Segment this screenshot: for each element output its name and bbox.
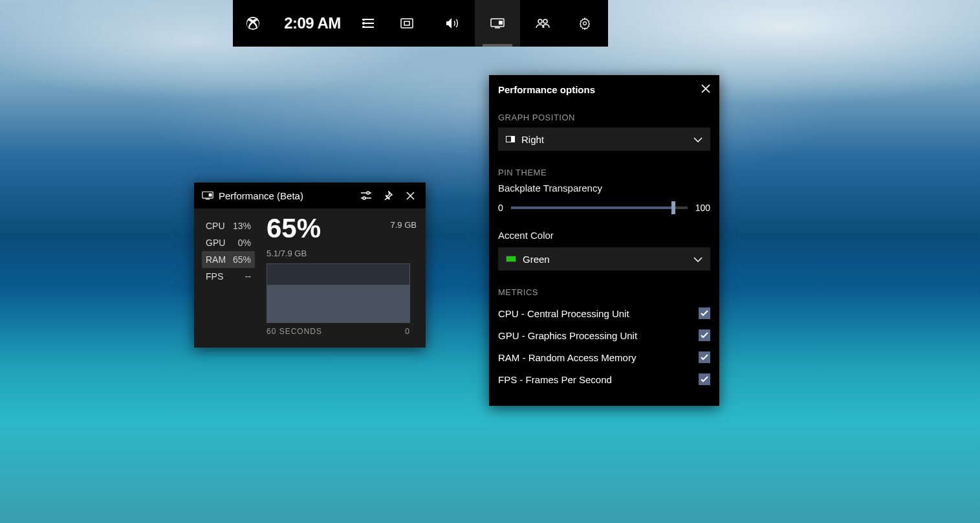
- metric-toggle-label: RAM - Random Access Memory: [498, 352, 636, 363]
- close-icon: [701, 84, 710, 93]
- social-icon: [536, 18, 550, 28]
- sliders-icon: [361, 191, 371, 200]
- metric-toggle-ram[interactable]: RAM - Random Access Memory: [498, 346, 710, 368]
- svg-rect-8: [404, 21, 409, 25]
- accent-color-dropdown[interactable]: Green: [498, 247, 710, 271]
- svg-rect-16: [209, 194, 212, 197]
- metric-label: GPU: [206, 238, 225, 248]
- metric-fps[interactable]: FPS --: [202, 268, 255, 285]
- checkbox-checked-icon: [699, 373, 710, 385]
- selected-metric-sub-value: 5.1/7.9 GB: [267, 249, 321, 258]
- selected-metric-total: 7.9 GB: [382, 220, 417, 230]
- svg-point-5: [363, 23, 364, 24]
- svg-point-6: [363, 27, 364, 28]
- svg-rect-10: [499, 21, 503, 25]
- svg-point-4: [363, 19, 364, 20]
- metric-value: 65%: [233, 254, 251, 265]
- performance-button[interactable]: [475, 0, 520, 47]
- slider-min-label: 0: [498, 203, 503, 213]
- metric-ram[interactable]: RAM 65%: [202, 251, 255, 268]
- slider-max-label: 100: [695, 203, 710, 213]
- chevron-down-icon: [693, 253, 702, 265]
- svg-point-20: [367, 192, 369, 194]
- close-button[interactable]: [401, 186, 419, 205]
- metrics-section-label: METRICS: [498, 287, 710, 297]
- checkbox-checked-icon: [699, 307, 710, 319]
- metric-gpu[interactable]: GPU 0%: [202, 234, 255, 251]
- audio-icon: [445, 17, 459, 29]
- svg-point-13: [543, 19, 547, 23]
- color-swatch-icon: [506, 256, 516, 262]
- options-header: Performance options: [489, 75, 719, 104]
- svg-point-14: [583, 22, 587, 25]
- checkbox-checked-icon: [699, 351, 710, 363]
- graph-axis: 60 SECONDS 0: [267, 327, 410, 336]
- performance-icon: [202, 191, 213, 200]
- graph-position-dropdown[interactable]: Right: [498, 128, 710, 151]
- position-swatch-icon: [506, 136, 515, 142]
- metric-value: 13%: [233, 221, 251, 231]
- metric-label: FPS: [206, 271, 223, 282]
- accent-color-label: Accent Color: [498, 230, 710, 241]
- options-close-button[interactable]: [701, 84, 710, 95]
- audio-button[interactable]: [430, 0, 475, 47]
- capture-icon: [400, 18, 413, 28]
- chevron-down-icon: [693, 133, 702, 145]
- metric-toggle-label: GPU - Graphics Processing Unit: [498, 330, 637, 341]
- gear-icon: [578, 17, 591, 30]
- metric-graph: [267, 263, 410, 323]
- dropdown-value: Right: [521, 134, 702, 145]
- xbox-button[interactable]: [233, 0, 273, 47]
- graph-position-label: GRAPH POSITION: [498, 113, 710, 122]
- metric-value: 0%: [238, 238, 251, 248]
- xbox-icon: [246, 16, 260, 30]
- metric-toggle-gpu[interactable]: GPU - Graphics Processing Unit: [498, 324, 710, 346]
- widget-title-text: Performance (Beta): [219, 190, 303, 201]
- metric-toggle-label: CPU - Central Processing Unit: [498, 308, 629, 319]
- settings-button[interactable]: [565, 0, 604, 47]
- svg-point-21: [363, 197, 365, 199]
- dropdown-value: Green: [523, 254, 702, 265]
- social-button[interactable]: [520, 0, 565, 47]
- graph-fill: [267, 285, 409, 323]
- capture-button[interactable]: [384, 0, 430, 47]
- transparency-label: Backplate Transparency: [498, 183, 710, 194]
- metric-toggle-fps[interactable]: FPS - Frames Per Second: [498, 368, 710, 390]
- performance-icon: [490, 18, 505, 28]
- pin-button[interactable]: [379, 186, 397, 205]
- pin-icon: [384, 191, 393, 200]
- metric-toggle-cpu[interactable]: CPU - Central Processing Unit: [498, 302, 710, 324]
- widgets-menu-button[interactable]: [352, 0, 384, 47]
- metric-toggle-label: FPS - Frames Per Second: [498, 374, 612, 385]
- widget-options-button[interactable]: [357, 186, 375, 205]
- axis-right-label: 0: [405, 327, 410, 336]
- transparency-slider[interactable]: [511, 206, 688, 209]
- metrics-list: CPU 13% GPU 0% RAM 65% FPS --: [202, 217, 255, 336]
- performance-widget-header[interactable]: Performance (Beta): [194, 183, 426, 208]
- svg-rect-7: [401, 19, 413, 28]
- metric-value: --: [245, 271, 251, 282]
- menu-icon: [362, 19, 374, 28]
- axis-left-label: 60 SECONDS: [267, 327, 322, 336]
- options-title: Performance options: [498, 84, 595, 95]
- checkbox-checked-icon: [699, 329, 710, 341]
- game-bar-topbar: 2:09 AM: [233, 0, 608, 47]
- svg-point-12: [538, 19, 542, 23]
- metric-label: RAM: [206, 254, 226, 265]
- metric-cpu[interactable]: CPU 13%: [202, 217, 255, 234]
- pin-theme-label: PIN THEME: [498, 168, 710, 177]
- performance-options-panel: Performance options GRAPH POSITION Right…: [489, 75, 719, 406]
- performance-widget: Performance (Beta) CPU 13% GPU 0% RAM 65…: [194, 183, 426, 348]
- slider-thumb[interactable]: [671, 201, 675, 214]
- performance-widget-title: Performance (Beta): [202, 190, 353, 201]
- clock: 2:09 AM: [273, 0, 352, 47]
- metric-label: CPU: [206, 221, 225, 231]
- selected-metric-big-value: 65%: [267, 215, 321, 242]
- close-icon: [406, 192, 415, 200]
